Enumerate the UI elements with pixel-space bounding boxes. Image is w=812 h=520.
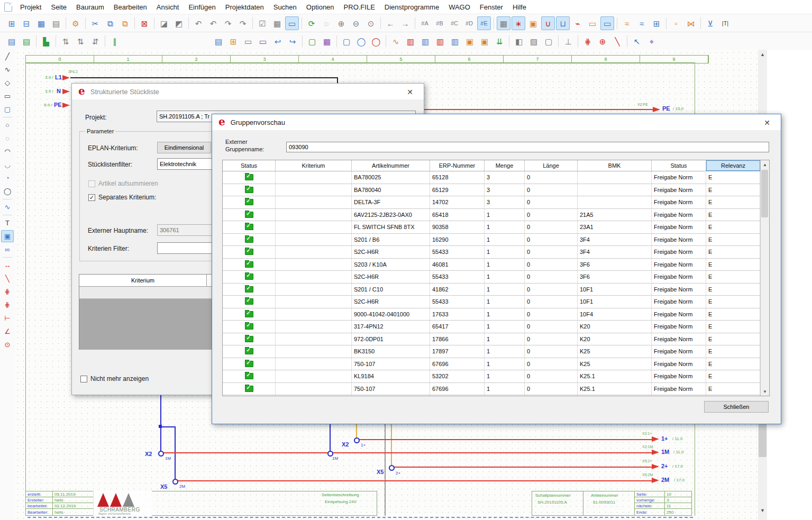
panel-a-icon[interactable]: ▥	[404, 34, 417, 48]
select-circle-icon[interactable]: ◯	[354, 34, 368, 48]
dialog2-close-icon[interactable]: ✕	[761, 117, 773, 128]
menu-item-bearbeiten[interactable]: Bearbeiten	[109, 2, 152, 13]
dimension-chain2-icon[interactable]: ⋕	[1, 299, 14, 311]
arc2-icon[interactable]: ◡	[1, 159, 14, 171]
arc-icon[interactable]: ◠	[1, 145, 14, 158]
menu-item-profile[interactable]: PRO.FILE	[339, 2, 380, 13]
circle-icon[interactable]: ○	[1, 119, 14, 131]
cut-icon[interactable]: ✂	[88, 16, 102, 30]
nav-tree-icon[interactable]: ▤	[5, 34, 19, 48]
paste-icon[interactable]: ⧉	[118, 16, 132, 30]
table-row[interactable]: BK31501789710K25Freigabe NormE	[223, 345, 769, 358]
grid-on-icon[interactable]: ▦	[497, 16, 510, 30]
table-row[interactable]: 6AV2125-2JB23-0AX0654181021A5Freigabe No…	[223, 209, 769, 222]
zoom-out-icon[interactable]: ⊖	[349, 16, 363, 30]
circle-dash-icon[interactable]: ◌	[1, 132, 14, 144]
grid-b-icon[interactable]: #B	[433, 16, 446, 30]
sector-icon[interactable]: ◔	[1, 172, 14, 184]
table-row[interactable]: S2C-H6R55433103F4Freigabe NormE	[223, 246, 769, 259]
assign-format-icon[interactable]: ◩	[172, 16, 186, 30]
page-properties-icon[interactable]: ▤	[212, 34, 225, 48]
table-row[interactable]: 750-1076769610K25.1Freigabe NormE	[223, 383, 769, 396]
insert-table-icon[interactable]: ▦	[270, 16, 284, 30]
zoom-in-icon[interactable]: ⊕	[334, 16, 348, 30]
number-all-icon[interactable]: ⇵	[88, 34, 102, 48]
copy-format-icon[interactable]: ◪	[157, 16, 171, 30]
ruler-icon[interactable]: ▭	[600, 16, 614, 30]
graph-tree-icon[interactable]: ▤	[20, 34, 33, 48]
menu-item-seite[interactable]: Seite	[46, 2, 71, 13]
gruppenname-field[interactable]: 093090	[286, 142, 769, 152]
select-empty-icon[interactable]: ▢	[542, 34, 555, 48]
redo-list-icon[interactable]: ↷	[236, 16, 250, 30]
column-header-lnge[interactable]: Länge	[525, 160, 578, 171]
page-forward-icon[interactable]: ↪	[286, 34, 299, 48]
polyline-icon[interactable]: ∿	[1, 63, 14, 76]
spline-icon[interactable]: ∿	[1, 201, 14, 213]
menu-item-dienstprogramme[interactable]: Dienstprogramme	[380, 2, 444, 13]
table-row[interactable]: S203 / K10A46081103F6Freigabe NormE	[223, 259, 769, 271]
table-row[interactable]: 9000-41042-0401000176331010F4Freigabe No…	[223, 308, 769, 321]
dimension-icon[interactable]: ↔	[1, 259, 14, 271]
table-vertical-scrollbar[interactable]: ▲ ▼	[760, 160, 769, 396]
polygon-icon[interactable]: ◇	[1, 77, 14, 89]
column-header-erpnummer[interactable]: ERP-Nummer	[430, 160, 485, 171]
edit-box-icon[interactable]: ▭	[586, 16, 599, 30]
artikel-aufsummieren-checkbox[interactable]: Artikel aufsummieren	[88, 180, 158, 187]
node-select-icon[interactable]: ⋈	[684, 16, 698, 30]
table-row[interactable]: KL18091793310K25.2Freigabe NormE	[223, 395, 769, 396]
terminal-o-icon[interactable]: ▣	[478, 34, 491, 48]
rectangle-icon[interactable]: ▭	[1, 90, 14, 102]
translate-icon[interactable]: |T|	[718, 16, 732, 30]
panel-b-icon[interactable]: ▥	[418, 34, 432, 48]
scroll-up-arrow[interactable]: ▲	[758, 50, 767, 59]
menu-item-ansicht[interactable]: Ansicht	[152, 2, 184, 13]
check-page-icon[interactable]: ☑	[256, 16, 269, 30]
device-filter-icon[interactable]: ▦	[320, 34, 334, 48]
table-row[interactable]: 972-0DP011786610K20Freigabe NormE	[223, 333, 769, 346]
ellipse-icon[interactable]: ◯	[1, 185, 14, 197]
menu-item-projekt[interactable]: Projekt	[15, 2, 46, 13]
sync-bars-icon[interactable]: ∥	[108, 34, 122, 48]
column-header-menge[interactable]: Menge	[485, 160, 525, 171]
circle-cross-icon[interactable]: ⊕	[596, 34, 609, 48]
potential-icon[interactable]: ⇊	[492, 34, 506, 48]
column-header-relevanz[interactable]: Relevanz	[706, 160, 760, 171]
scroll-down-arrow[interactable]: ▼	[758, 506, 767, 515]
zoom-100-icon[interactable]: ⊙	[364, 16, 378, 30]
menu-item-fenster[interactable]: Fenster	[475, 2, 508, 13]
scroll-thumb[interactable]	[761, 170, 768, 217]
panel-c-icon[interactable]: ▥	[433, 34, 447, 48]
schliessen-button[interactable]: Schließen	[704, 401, 769, 413]
plugin-icon[interactable]: ▙	[39, 34, 53, 48]
signal-icon[interactable]: ≈	[635, 16, 649, 30]
nicht-mehr-anzeigen-checkbox[interactable]: Nicht mehr anzeigen	[80, 375, 149, 382]
table-row[interactable]: S2C-H6R554331010F1Freigabe NormE	[223, 296, 769, 308]
delete-selection-icon[interactable]: ⊠	[138, 16, 151, 30]
text-icon[interactable]: T	[1, 217, 14, 229]
kriterium-column-header[interactable]: Kriterium	[79, 275, 207, 286]
menu-item-wago[interactable]: WAGO	[444, 2, 475, 13]
column-header-status[interactable]: Status	[652, 160, 706, 171]
undo-list-icon[interactable]: ↶	[206, 16, 220, 30]
bars-icon[interactable]: ⋕	[581, 34, 595, 48]
table-row[interactable]: KL91845320210K25.1Freigabe NormE	[223, 370, 769, 383]
page-open-icon[interactable]: ▭	[241, 34, 255, 48]
page-back-icon[interactable]: ↩	[271, 34, 285, 48]
scroll-up-arrow[interactable]: ▲	[761, 160, 769, 169]
scroll-thumb[interactable]	[759, 420, 767, 457]
coil-icon[interactable]: ∿	[389, 34, 403, 48]
table-row[interactable]: FL SWITCH SFNB 8TX903581023A1Freigabe No…	[223, 221, 769, 234]
zoom-window-icon[interactable]: ◌	[320, 16, 333, 30]
cart-icon[interactable]: ⊻	[704, 16, 717, 30]
table-row[interactable]: DELTA-3F1470230Freigabe NormE	[223, 196, 769, 209]
select-group-icon[interactable]: ▢	[340, 34, 353, 48]
panel-d-icon[interactable]: ▥	[448, 34, 462, 48]
workspace-icon[interactable]: ▭	[285, 16, 299, 30]
print-icon[interactable]: ▤	[49, 16, 63, 30]
hyperlink-icon[interactable]: ∞	[1, 243, 14, 256]
design-mode-icon[interactable]: ▣	[526, 16, 540, 30]
line-icon[interactable]: ╱	[1, 50, 14, 62]
column-header-bmk[interactable]: BMK	[578, 160, 652, 171]
layer-filter-icon[interactable]: ◧	[512, 34, 526, 48]
